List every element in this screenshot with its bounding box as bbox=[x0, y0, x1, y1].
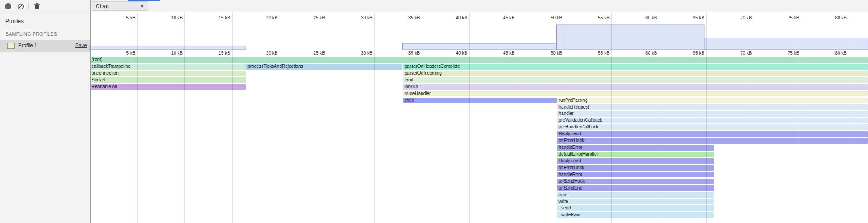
flame-bar[interactable]: parserOnIncoming bbox=[403, 71, 868, 76]
flame-bar-label: onSendHook bbox=[559, 179, 585, 184]
flame-bar-label: _send bbox=[559, 205, 571, 210]
flame-bar[interactable]: onErrorHook bbox=[557, 138, 868, 144]
flame-bar[interactable]: routeHandler bbox=[403, 91, 868, 97]
flame-bar-label: runPreParsing bbox=[559, 98, 588, 103]
flame-bar-label: child bbox=[405, 98, 414, 103]
flame-bar[interactable]: preValidationCallback bbox=[557, 118, 868, 123]
flame-bar[interactable]: lookup bbox=[403, 84, 868, 90]
overview-area-segment bbox=[90, 46, 246, 50]
flame-bar-label: routeHandler bbox=[405, 91, 431, 96]
flame-bar[interactable]: onconnection bbox=[90, 71, 246, 76]
flame-bar[interactable]: preHandlerCallback bbox=[557, 124, 868, 130]
flame-bar[interactable]: handleRequest bbox=[557, 104, 868, 110]
flame-bar[interactable]: handler bbox=[557, 111, 868, 117]
flame-bar[interactable]: _send bbox=[557, 205, 714, 211]
flame-bar-label: parserOnIncoming bbox=[405, 71, 442, 76]
sidebar-resize-handle[interactable] bbox=[90, 0, 91, 223]
flame-bar-label: defaultErrorHandler bbox=[559, 152, 598, 157]
flame-bar-label: Reply.send bbox=[559, 158, 581, 163]
flame-bar-label: Reply.send bbox=[559, 131, 581, 136]
flame-bar-label: _writeRaw bbox=[559, 212, 580, 217]
memory-profiler-panel: Chart ▼ Profiles SAMPLING PROFILES Profi… bbox=[0, 0, 868, 223]
flame-bar-label: onconnection bbox=[92, 71, 119, 76]
overview-flame-separator bbox=[91, 50, 868, 50]
overview-area-segment bbox=[704, 38, 868, 50]
flame-bar[interactable]: Socket bbox=[90, 77, 246, 83]
flame-bar[interactable]: processTicksAndRejections bbox=[246, 64, 402, 70]
overview-area-segment bbox=[403, 43, 557, 50]
flame-bar-label: Socket bbox=[92, 77, 106, 82]
flame-bar-label: onErrorHook bbox=[559, 138, 585, 143]
flame-bar-label: Readable.on bbox=[92, 84, 117, 89]
flame-bar[interactable]: end bbox=[557, 192, 714, 198]
flame-bar-label: (root) bbox=[92, 57, 102, 62]
flame-bar[interactable]: Reply.send bbox=[557, 131, 868, 137]
flame-bar-label: lookup bbox=[405, 84, 418, 89]
flame-bar[interactable]: (root) bbox=[90, 57, 868, 63]
flame-bar[interactable]: emit bbox=[403, 77, 868, 83]
flame-bar[interactable]: parserOnHeadersComplete bbox=[403, 64, 868, 70]
flame-bar[interactable]: child bbox=[403, 98, 557, 104]
flame-bar[interactable]: runPreParsing bbox=[557, 98, 868, 104]
flame-bar[interactable]: Readable.on bbox=[90, 84, 246, 90]
flame-bar[interactable]: write_ bbox=[557, 199, 714, 205]
flame-bar-label: handler bbox=[559, 111, 574, 116]
flame-bar-label: preHandlerCallback bbox=[559, 124, 599, 129]
flame-bar[interactable]: handleError bbox=[557, 172, 714, 178]
flame-bar[interactable]: handleError bbox=[557, 145, 714, 151]
flame-bar-label: write_ bbox=[559, 199, 571, 204]
flame-bar-label: onErrorHook bbox=[559, 165, 585, 170]
overview-area-segment bbox=[557, 25, 704, 50]
flame-bar-label: preValidationCallback bbox=[559, 118, 602, 123]
flame-bar[interactable]: onErrorHook bbox=[557, 165, 714, 171]
flame-bar-label: callbackTrampoline bbox=[92, 64, 131, 69]
flame-bar-label: emit bbox=[405, 77, 413, 82]
flame-bar[interactable]: onSendEnd bbox=[557, 185, 714, 191]
flame-bar[interactable]: _writeRaw bbox=[557, 212, 714, 218]
flame-bar-label: handleError bbox=[559, 145, 582, 150]
flame-bar-label: handleError bbox=[559, 172, 582, 177]
flame-bar-label: processTicksAndRejections bbox=[247, 64, 303, 69]
flame-bar[interactable]: onSendHook bbox=[557, 179, 714, 185]
flame-bar[interactable]: callbackTrampoline bbox=[90, 64, 246, 70]
flame-bar-label: onSendEnd bbox=[559, 185, 582, 190]
flame-bar-label: handleRequest bbox=[559, 104, 589, 109]
flame-bar[interactable]: defaultErrorHandler bbox=[557, 152, 714, 157]
ruler-separator bbox=[91, 57, 868, 57]
flame-bar-label: parserOnHeadersComplete bbox=[405, 64, 460, 69]
flame-bar[interactable]: Reply.send bbox=[557, 158, 714, 164]
flame-bar-label: end bbox=[559, 192, 567, 197]
